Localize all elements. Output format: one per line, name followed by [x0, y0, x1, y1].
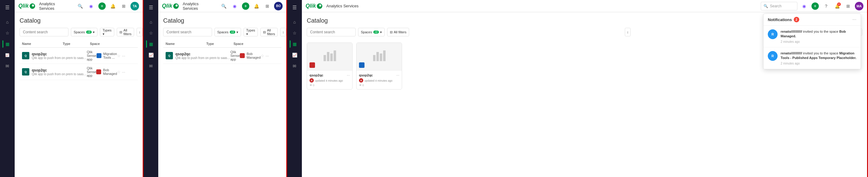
- row-name-col: Q qsop2qc Qlik app to push from on prem …: [22, 68, 87, 76]
- allfilters-label-3: All filters: [394, 30, 407, 34]
- avatar-1[interactable]: TA: [130, 2, 139, 10]
- spaces-filter-3[interactable]: Spaces All ▾: [358, 28, 385, 36]
- analytics-icon-2[interactable]: 📈: [146, 50, 156, 60]
- svg-point-3: [176, 4, 178, 6]
- home-icon-2[interactable]: ⌂: [146, 17, 156, 27]
- card-more[interactable]: ···: [347, 73, 350, 77]
- avatar-3[interactable]: MA: [855, 2, 863, 10]
- col-actions-2: [260, 42, 279, 46]
- hamburger-icon-1[interactable]: ☰: [2, 2, 12, 12]
- add-btn-3[interactable]: +: [811, 2, 819, 10]
- analytics-icon-3[interactable]: 📈: [290, 50, 300, 60]
- row-space-col: Bob Managed: [96, 68, 117, 76]
- notif-more-btn[interactable]: ···: [852, 17, 857, 22]
- star-icon-2[interactable]: ☆: [146, 28, 156, 38]
- types-filter-1[interactable]: Types ▾: [100, 28, 114, 36]
- main-area-2: Qlik Analytics Services 🔍 ◉ + 🔔 ⊞ BO Cat…: [158, 0, 286, 177]
- search-input-1[interactable]: [20, 28, 68, 36]
- favorite-icon[interactable]: ☆: [117, 70, 121, 74]
- col-actions-1: [117, 42, 135, 46]
- allfilters-btn-2[interactable]: ⊟ All filters: [260, 28, 278, 36]
- table-header-1: Name Type Space: [20, 40, 138, 48]
- table-row[interactable]: Q qsop2qc Qlik app to push from on prem …: [20, 48, 138, 64]
- grid-btn-2[interactable]: ⊞: [264, 2, 272, 10]
- allfilters-btn-1[interactable]: ⊟ All filters: [117, 28, 134, 36]
- search-input-2[interactable]: [163, 28, 212, 36]
- allfilters-btn-3[interactable]: ⊟ All filters: [387, 28, 409, 36]
- theme-btn-3[interactable]: ◉: [800, 2, 808, 10]
- row-name-col: Q qsop2qc Qlik app to push from on prem …: [165, 52, 230, 60]
- svg-rect-6: [323, 55, 326, 61]
- notif-title: Notifications 2: [768, 17, 799, 22]
- spaces-filter-1[interactable]: Spaces All ▾: [71, 28, 97, 36]
- help-btn-3[interactable]: ?: [822, 2, 830, 10]
- app-icon: Q: [22, 52, 29, 59]
- svg-point-1: [32, 4, 34, 6]
- search-input-3[interactable]: [307, 28, 355, 36]
- grid-card[interactable]: qsop2qc ··· R updated 4 minutes ago 👁 0: [356, 42, 402, 90]
- qlik-text-2: Qlik: [162, 3, 172, 9]
- favorite-icon[interactable]: ☆: [260, 54, 264, 58]
- analytics-icon-1[interactable]: 📈: [2, 50, 12, 60]
- col-type-1: Type: [63, 42, 90, 46]
- card-more[interactable]: ···: [396, 73, 399, 77]
- notif-item[interactable]: R renato//////////// invited you to the …: [764, 48, 861, 69]
- svg-rect-9: [334, 51, 336, 61]
- add-btn-2[interactable]: +: [241, 2, 250, 10]
- more-icon[interactable]: ···: [122, 54, 125, 58]
- mail-icon-1[interactable]: ✉: [2, 61, 12, 71]
- row-actions-col: ☆ ···: [117, 54, 135, 58]
- qlik-logo-2[interactable]: Qlik: [162, 3, 179, 9]
- more-icon[interactable]: ···: [266, 54, 269, 58]
- sidebar-3: ☰ ⌂ ☆ ▦ 📈 ✉: [287, 0, 302, 177]
- grid-btn-1[interactable]: ⊞: [120, 2, 128, 10]
- bell-btn-3[interactable]: 🔔 2: [833, 2, 841, 10]
- home-icon-1[interactable]: ⌂: [2, 17, 12, 27]
- app-icon: Q: [22, 68, 29, 76]
- theme-btn-2[interactable]: ◉: [230, 2, 239, 10]
- mail-icon-3[interactable]: ✉: [290, 61, 300, 71]
- card-avatar: R: [310, 78, 314, 83]
- star-icon-3[interactable]: ☆: [290, 28, 300, 38]
- search-btn-2[interactable]: 🔍: [220, 2, 228, 10]
- sort-btn-3[interactable]: ↕: [625, 28, 631, 36]
- avatar-2[interactable]: BO: [274, 2, 283, 10]
- table-row[interactable]: Q qsop2qc Qlik app to push from on prem …: [163, 48, 281, 64]
- add-btn-1[interactable]: +: [98, 2, 106, 10]
- grid-card[interactable]: qsop2qc ··· R updated 4 minutes ago 👁 0: [307, 42, 352, 90]
- notif-item[interactable]: R renato//////////// invited you to the …: [764, 26, 861, 48]
- more-icon[interactable]: ···: [122, 70, 125, 74]
- spaces-filter-2[interactable]: Spaces All ▾: [215, 28, 241, 36]
- home-icon-3[interactable]: ⌂: [290, 17, 300, 27]
- search-btn-1[interactable]: 🔍: [76, 2, 85, 10]
- theme-btn-1[interactable]: ◉: [87, 2, 95, 10]
- catalog-icon-2[interactable]: ▦: [146, 39, 156, 49]
- hamburger-icon-3[interactable]: ☰: [290, 2, 300, 12]
- col-space-2: Space: [234, 42, 260, 46]
- bell-btn-2[interactable]: 🔔: [252, 2, 261, 10]
- hamburger-icon-2[interactable]: ☰: [146, 2, 156, 12]
- spaces-badge-3: All: [373, 31, 379, 34]
- mail-icon-2[interactable]: ✉: [146, 61, 156, 71]
- grid-btn-3[interactable]: ⊞: [844, 2, 852, 10]
- catalog-icon-3[interactable]: ▦: [290, 39, 300, 49]
- qlik-logo-1[interactable]: Qlik: [18, 3, 35, 9]
- star-icon-1[interactable]: ☆: [2, 28, 12, 38]
- row-actions-col: ☆ ···: [117, 70, 135, 74]
- svg-rect-12: [380, 54, 382, 61]
- sidebar-1: ☰ ⌂ ☆ ▦ 📈 ✉: [0, 0, 15, 177]
- row-title: qsop2qc: [32, 68, 87, 72]
- card-preview: [307, 43, 352, 70]
- card-meta-row: 👁 0: [310, 84, 350, 87]
- notif-body: renato//////////// invited you to the sp…: [781, 29, 857, 43]
- sort-btn-1[interactable]: ↕: [136, 28, 143, 36]
- bell-btn-1[interactable]: 🔔: [109, 2, 117, 10]
- row-space: Migration Tools ...: [103, 52, 117, 59]
- catalog-icon-1[interactable]: ▦: [2, 39, 12, 49]
- qlik-logo-3[interactable]: Qlik: [306, 3, 322, 9]
- favorite-icon[interactable]: ☆: [117, 54, 121, 58]
- table-row[interactable]: Q qsop2qc Qlik app to push from on prem …: [20, 64, 138, 80]
- types-filter-2[interactable]: Types ▾: [244, 28, 258, 36]
- sort-btn-2[interactable]: ↕: [280, 28, 286, 36]
- search-btn-3[interactable]: 🔍 Search: [761, 2, 798, 10]
